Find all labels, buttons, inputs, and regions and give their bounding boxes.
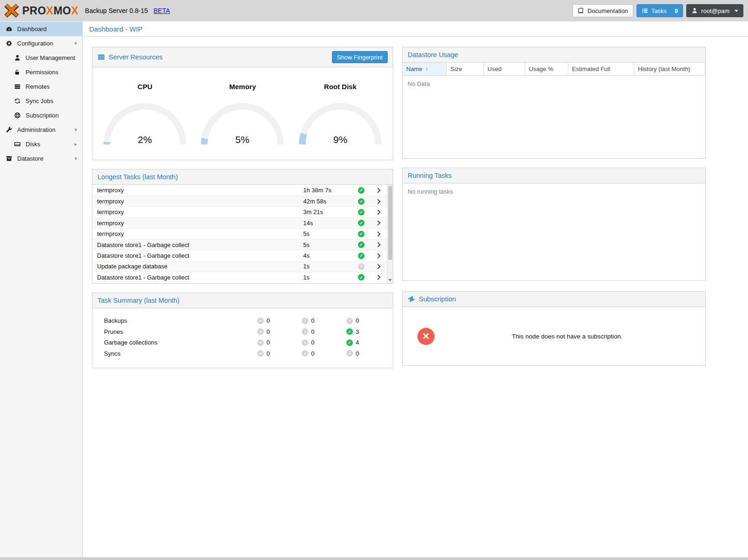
task-row[interactable]: Datastore store1 - Garbage collect5s✓ xyxy=(92,239,387,250)
sidebar-item-label: Dashboard xyxy=(17,26,47,33)
running-tasks-body: No running tasks xyxy=(403,183,705,280)
task-row[interactable]: termproxy3m 21s✓ xyxy=(92,207,387,217)
task-row[interactable]: termproxy14s✓ xyxy=(92,217,387,228)
task-row[interactable]: termproxy1h 38m 7s✓ xyxy=(92,185,387,195)
column-header-estimated-full[interactable]: Estimated Full xyxy=(568,63,634,75)
task-open-button[interactable] xyxy=(371,232,387,236)
documentation-button[interactable]: Documentation xyxy=(572,4,633,17)
scroll-down-button[interactable] xyxy=(387,277,393,283)
lifering-icon xyxy=(13,112,21,119)
sidebar-item-disks[interactable]: Disks▸ xyxy=(0,137,82,151)
datastore-usage-panel: Datastore Usage Name↑SizeUsedUsage %Esti… xyxy=(402,47,706,159)
task-row[interactable]: Update package database1s? xyxy=(92,261,387,272)
subscription-body: ✕ This node does not have a subscription… xyxy=(403,307,705,365)
task-open-button[interactable] xyxy=(371,189,387,192)
scrollbar[interactable] xyxy=(387,185,393,283)
tachometer-icon xyxy=(5,26,13,33)
page-title: Dashboard - WIP xyxy=(89,25,143,33)
task-row[interactable]: Datastore store1 - Garbage collect1s✓ xyxy=(92,272,387,282)
sidebar-item-dashboard[interactable]: Dashboard xyxy=(0,22,82,36)
sidebar-item-administration[interactable]: Administration▾ xyxy=(0,123,82,137)
column-header-label: Usage % xyxy=(529,65,553,72)
task-duration: 5s xyxy=(303,241,352,248)
beta-link[interactable]: BETA xyxy=(154,7,170,14)
sidebar-item-label: Permissions xyxy=(26,69,59,76)
summary-ok-count: ✓4 xyxy=(346,339,391,346)
task-open-button[interactable] xyxy=(371,243,387,247)
sidebar-item-label: Subscription xyxy=(26,112,59,119)
task-open-button[interactable] xyxy=(371,275,387,279)
task-duration: 3m 21s xyxy=(303,208,352,215)
sidebar-item-subscription[interactable]: Subscription xyxy=(0,108,82,123)
task-row[interactable]: Datastore store1 - Garbage collect4s✓ xyxy=(92,250,387,260)
error-circle-icon: × xyxy=(257,339,264,346)
caret-down-icon[interactable]: ▾ xyxy=(73,127,78,133)
task-open-button[interactable] xyxy=(371,200,387,203)
count-value: 0 xyxy=(356,317,359,324)
gauge-arc: 2% xyxy=(100,98,190,148)
chevron-right-icon xyxy=(375,275,380,280)
caret-right-icon[interactable]: ▸ xyxy=(73,141,78,147)
brand: PROXMOX Backup Server 0.8-15 BETA xyxy=(4,4,170,18)
column-header-name[interactable]: Name↑ xyxy=(403,63,447,75)
task-open-button[interactable] xyxy=(371,254,387,258)
gauge-value: 9% xyxy=(333,134,347,145)
count-value: 0 xyxy=(311,339,314,346)
count-value: 0 xyxy=(311,350,314,357)
caret-down-icon[interactable]: ▾ xyxy=(73,40,78,46)
task-open-button[interactable] xyxy=(371,210,387,214)
sidebar-item-label: User Management xyxy=(26,54,75,61)
task-status: ✓ xyxy=(352,253,371,259)
chevron-down-icon xyxy=(735,10,738,12)
task-duration: 1h 38m 7s xyxy=(303,187,352,194)
task-open-button[interactable] xyxy=(371,265,387,268)
column-header-label: Size xyxy=(450,65,462,72)
tasks-button[interactable]: Tasks 0 xyxy=(637,4,683,17)
sidebar-item-datastore[interactable]: Datastore▾ xyxy=(0,151,82,166)
sidebar-item-permissions[interactable]: Permissions xyxy=(0,65,82,79)
archive-icon xyxy=(5,155,13,163)
summary-warning-count: !0 xyxy=(302,339,346,346)
check-circle-icon: ✓ xyxy=(346,328,353,335)
sidebar-item-sync-jobs[interactable]: Sync Jobs xyxy=(0,94,82,108)
chevron-right-icon xyxy=(375,221,380,226)
caret-down-icon[interactable]: ▾ xyxy=(73,156,78,162)
subscription-panel: Subscription ✕ This node does not have a… xyxy=(402,291,706,366)
summary-label: Prunes xyxy=(104,328,257,335)
task-name: termproxy xyxy=(97,187,303,194)
longest-tasks-panel: Longest Tasks (last Month) termproxy1h 3… xyxy=(92,169,393,284)
task-duration: 4s xyxy=(303,252,352,259)
summary-ok-count: ✓0 xyxy=(346,350,391,357)
scrollbar-thumb[interactable] xyxy=(388,186,392,260)
sidebar-item-user-management[interactable]: User Management xyxy=(0,51,82,65)
user-menu-button[interactable]: root@pam xyxy=(686,4,743,17)
column-header-history-last-month[interactable]: History (last Month) xyxy=(634,63,705,75)
gauge-arc: 9% xyxy=(295,98,385,148)
sync-icon xyxy=(13,98,21,105)
gauge-value: 5% xyxy=(235,134,249,145)
check-circle-icon: ✓ xyxy=(358,209,364,215)
sidebar-item-configuration[interactable]: Configuration▾ xyxy=(0,36,82,51)
column-header-used[interactable]: Used xyxy=(484,63,525,75)
summary-error-count: ×0 xyxy=(257,328,302,335)
task-open-button[interactable] xyxy=(371,221,387,225)
error-circle-icon: × xyxy=(257,318,264,324)
column-header-label: Used xyxy=(488,65,501,72)
user-icon xyxy=(691,7,698,14)
triangle-down-icon xyxy=(388,279,392,281)
task-row[interactable]: termproxy42m 58s✓ xyxy=(92,195,387,206)
summary-row: Prunes×0!0✓3 xyxy=(92,326,393,338)
column-header-label: Name xyxy=(406,65,423,72)
check-circle-icon: ✓ xyxy=(358,231,364,237)
column-header-usage[interactable]: Usage % xyxy=(525,63,568,75)
sidebar-item-label: Datastore xyxy=(17,155,43,162)
show-fingerprint-button[interactable]: Show Fingerprint xyxy=(332,51,388,63)
column-header-size[interactable]: Size xyxy=(447,63,484,75)
sidebar-item-remotes[interactable]: Remotes xyxy=(0,79,82,94)
no-subscription-icon: ✕ xyxy=(417,328,435,345)
task-row[interactable]: termproxy5s✓ xyxy=(92,228,387,239)
task-status: ✓ xyxy=(352,241,371,248)
task-status: ? xyxy=(352,263,371,270)
ticket-icon xyxy=(408,295,415,303)
question-circle-icon: ? xyxy=(358,263,364,270)
